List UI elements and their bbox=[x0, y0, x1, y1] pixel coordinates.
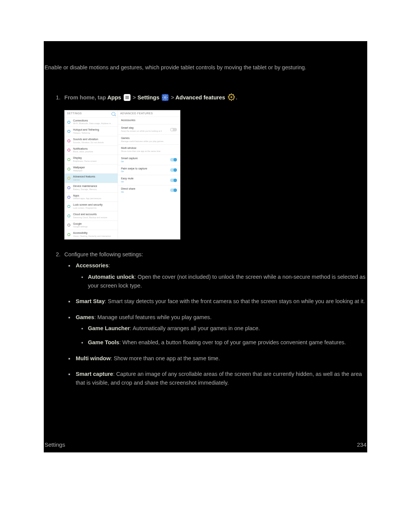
svg-line-6 bbox=[166, 99, 167, 100]
row-title: Hotspot and Tethering bbox=[73, 128, 99, 132]
row-icon bbox=[67, 214, 71, 218]
settings-gear-icon bbox=[162, 94, 169, 101]
row-sub: Sounds, Vibration, Do not disturb bbox=[73, 141, 104, 144]
settings-row: WallpaperWallpaper bbox=[65, 164, 118, 174]
row-title: Display bbox=[73, 157, 97, 160]
svg-line-7 bbox=[166, 96, 167, 96]
settings-row: Advanced featuresGames bbox=[65, 173, 118, 183]
toggle-switch bbox=[170, 128, 177, 131]
row-title: Connections bbox=[73, 119, 113, 123]
document-page: Enable or disable motions and gestures, … bbox=[44, 41, 367, 452]
svg-point-22 bbox=[68, 224, 70, 226]
advanced-row-title: Multi window bbox=[121, 147, 161, 150]
advanced-row-sub: On bbox=[121, 191, 135, 193]
advanced-row-sub: Keep the screen on while you're looking … bbox=[121, 130, 162, 133]
advanced-row-sub: On bbox=[121, 181, 134, 183]
settings-row: ConnectionsWi-Fi, Bluetooth, Data usage,… bbox=[65, 117, 118, 127]
settings-row: AppsDefault apps, App permissions bbox=[65, 192, 118, 202]
row-texts: Advanced featuresGames bbox=[73, 175, 95, 181]
advanced-row: Palm swipe to captureOn bbox=[118, 165, 180, 175]
row-title: Accessibility bbox=[73, 232, 111, 235]
smart-capture-text: : Capture an image of any scrollable are… bbox=[76, 371, 362, 386]
step1-advanced: Advanced features bbox=[175, 94, 225, 101]
row-title: Sounds and vibration bbox=[73, 138, 104, 141]
settings-row: AccessibilityVision, Hearing, Dexterity … bbox=[65, 230, 118, 239]
row-sub: Default apps, App permissions bbox=[73, 197, 101, 200]
settings-bullets: Accessories: Automatic unlock: Open the … bbox=[64, 261, 367, 387]
bullet-smart-capture: Smart capture: Capture an image of any s… bbox=[74, 370, 367, 388]
row-sub: Block, allow, prioritize bbox=[73, 150, 93, 153]
games-label: Games bbox=[76, 314, 94, 320]
row-title: Google bbox=[73, 222, 88, 226]
intro-paragraph: Enable or disable motions and gestures, … bbox=[44, 41, 367, 72]
row-title: Device maintenance bbox=[73, 185, 97, 188]
multi-window-label: Multi window bbox=[76, 355, 111, 361]
svg-point-18 bbox=[68, 187, 70, 189]
game-launcher-label: Game Launcher bbox=[88, 325, 130, 331]
settings-row: DisplayBrightness, Home screen bbox=[65, 155, 118, 164]
svg-point-16 bbox=[68, 168, 70, 170]
svg-point-23 bbox=[68, 233, 70, 236]
row-title: Wallpaper bbox=[73, 166, 85, 169]
row-icon bbox=[67, 233, 71, 236]
footer-section: Settings bbox=[45, 440, 65, 449]
settings-left-pane: SETTINGS ConnectionsWi-Fi, Bluetooth, Da… bbox=[65, 110, 118, 239]
row-sub: Lock screen, Fingerprints bbox=[73, 207, 102, 209]
advanced-row-title: Palm swipe to capture bbox=[121, 167, 147, 171]
step1-prefix: From home, tap bbox=[64, 94, 107, 101]
game-tools-text: : When enabled, a button floating over t… bbox=[119, 339, 346, 345]
games-text: : Manage useful features while you play … bbox=[94, 314, 212, 320]
svg-point-14 bbox=[68, 149, 70, 151]
row-title: Apps bbox=[73, 194, 101, 198]
svg-line-5 bbox=[163, 96, 164, 96]
row-sub: Vision, Hearing, Dexterity and interacti… bbox=[73, 235, 111, 238]
svg-point-13 bbox=[68, 140, 70, 142]
row-icon bbox=[67, 176, 71, 180]
advanced-row: Easy muteOn bbox=[118, 175, 180, 185]
smart-capture-label: Smart capture bbox=[76, 371, 113, 377]
row-texts: NotificationsBlock, allow, prioritize bbox=[73, 147, 93, 153]
step1-settings: Settings bbox=[137, 94, 159, 101]
row-texts: Lock screen and securityLock screen, Fin… bbox=[73, 203, 102, 209]
bullet-game-launcher: Game Launcher: Automatically arranges al… bbox=[87, 324, 367, 333]
row-title: Advanced features bbox=[73, 175, 95, 179]
settings-row: GoogleGoogle settings bbox=[65, 220, 118, 230]
row-texts: AccessibilityVision, Hearing, Dexterity … bbox=[73, 232, 111, 238]
row-texts: DisplayBrightness, Home screen bbox=[73, 157, 97, 163]
row-sub: Battery, Storage, Memory bbox=[73, 188, 97, 191]
row-texts: Device maintenanceBattery, Storage, Memo… bbox=[73, 185, 97, 191]
row-icon bbox=[67, 186, 71, 190]
settings-row: Lock screen and securityLock screen, Fin… bbox=[65, 201, 118, 211]
advanced-row-left: Accessories bbox=[121, 119, 135, 122]
multi-window-text: : Show more than one app at the same tim… bbox=[111, 355, 220, 361]
advanced-row-sub: On bbox=[121, 170, 147, 173]
settings-header: SETTINGS bbox=[65, 110, 118, 117]
advanced-row: Smart stayKeep the screen on while you'r… bbox=[118, 124, 180, 134]
row-texts: ConnectionsWi-Fi, Bluetooth, Data usage,… bbox=[73, 119, 113, 125]
bullet-multi-window: Multi window: Show more than one app at … bbox=[74, 354, 367, 363]
svg-point-11 bbox=[68, 121, 70, 123]
advanced-row-sub: Manage useful features while you play ga… bbox=[121, 140, 164, 143]
row-texts: AppsDefault apps, App permissions bbox=[73, 194, 101, 200]
advanced-features-icon bbox=[228, 93, 235, 101]
svg-line-8 bbox=[163, 99, 164, 100]
toggle-switch bbox=[170, 168, 177, 172]
row-texts: Sounds and vibrationSounds, Vibration, D… bbox=[73, 138, 104, 144]
svg-point-21 bbox=[68, 215, 70, 217]
accessories-label: Accessories bbox=[76, 262, 108, 268]
row-sub: Games bbox=[73, 179, 95, 181]
svg-point-12 bbox=[68, 130, 70, 133]
row-title: Notifications bbox=[73, 147, 93, 151]
toggle-switch bbox=[170, 179, 177, 182]
svg-point-19 bbox=[68, 196, 70, 198]
instruction-list: From home, tap Apps > Settings > Advance… bbox=[44, 93, 367, 387]
row-icon bbox=[67, 129, 71, 133]
settings-screenshot: SETTINGS ConnectionsWi-Fi, Bluetooth, Da… bbox=[64, 110, 180, 240]
row-sub: Samsung Cloud, Backup and restore bbox=[73, 216, 107, 219]
bullet-smart-stay: Smart Stay: Smart stay detects your face… bbox=[74, 297, 367, 306]
row-sub: Brightness, Home screen bbox=[73, 160, 97, 163]
search-icon bbox=[112, 112, 115, 116]
bullet-accessories: Accessories: Automatic unlock: Open the … bbox=[74, 261, 367, 290]
auto-unlock-label: Automatic unlock bbox=[88, 274, 134, 280]
step-2: Configure the following settings: Access… bbox=[62, 250, 367, 388]
